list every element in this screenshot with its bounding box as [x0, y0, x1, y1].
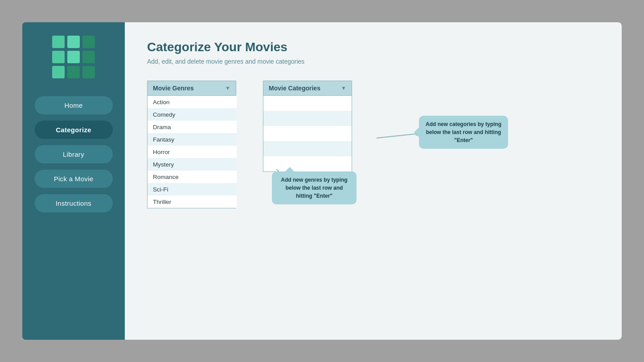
main-content: Categorize Your Movies Add, edit, and de…: [125, 22, 622, 340]
categories-tooltip: Add new categories by typing below the l…: [419, 116, 508, 149]
logo: [52, 36, 95, 78]
categories-table[interactable]: Movie Categories ▼: [263, 81, 352, 172]
genres-sort-icon[interactable]: ▼: [225, 85, 230, 91]
table-row[interactable]: Drama: [148, 121, 237, 133]
sidebar: Home Categorize Library Pick a Movie Ins…: [22, 22, 125, 340]
logo-cell: [52, 66, 65, 78]
logo-cell: [82, 66, 95, 78]
table-row[interactable]: [263, 126, 352, 141]
table-row[interactable]: Thriller: [148, 195, 237, 208]
logo-cell: [67, 36, 80, 48]
page-subtitle: Add, edit, and delete movie genres and m…: [147, 58, 599, 65]
nav-library[interactable]: Library: [35, 145, 113, 163]
logo-cell: [67, 66, 80, 78]
table-row[interactable]: Romance: [148, 171, 237, 183]
table-row[interactable]: Fantasy: [148, 133, 237, 146]
table-row[interactable]: Sci-Fi: [148, 183, 237, 195]
genres-table[interactable]: Movie Genres ▼ Action Comedy Drama Fanta…: [147, 81, 236, 208]
logo-cell: [82, 51, 95, 63]
table-row[interactable]: [263, 156, 352, 171]
table-row[interactable]: [263, 111, 352, 126]
logo-cell: [82, 36, 95, 48]
categories-sort-icon[interactable]: ▼: [341, 85, 346, 91]
table-row[interactable]: Action: [148, 96, 237, 108]
page-title: Categorize Your Movies: [147, 40, 599, 54]
nav-pick-a-movie[interactable]: Pick a Movie: [35, 170, 113, 188]
logo-cell: [52, 36, 65, 48]
nav-categorize[interactable]: Categorize: [35, 121, 113, 139]
nav-home[interactable]: Home: [35, 96, 113, 114]
table-row[interactable]: Horror: [148, 146, 237, 158]
categories-table-header: Movie Categories ▼: [263, 81, 352, 96]
table-row[interactable]: Comedy: [148, 108, 237, 121]
logo-cell: [67, 51, 80, 63]
genres-tooltip: Add new genres by typing below the last …: [272, 171, 357, 204]
table-row[interactable]: Mystery: [148, 158, 237, 171]
tables-row: Movie Genres ▼ Action Comedy Drama Fanta…: [147, 81, 599, 208]
logo-cell: [52, 51, 65, 63]
table-row[interactable]: [263, 96, 352, 111]
genres-table-header: Movie Genres ▼: [148, 81, 236, 96]
table-row[interactable]: [263, 141, 352, 156]
nav-instructions[interactable]: Instructions: [35, 194, 113, 212]
